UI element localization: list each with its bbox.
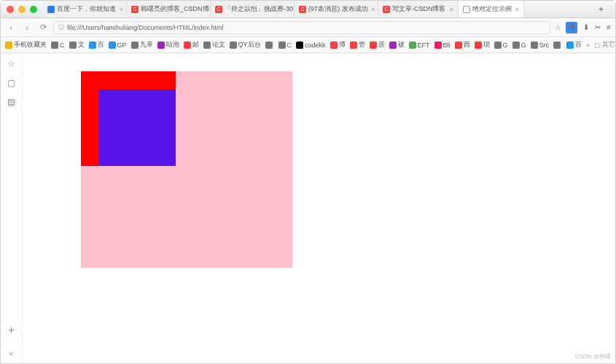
bookmark-icon <box>350 41 357 49</box>
folder-label: 其它收藏 <box>602 40 615 50</box>
bookmark-overflow[interactable]: » <box>586 41 590 49</box>
close-window-button[interactable] <box>7 6 14 13</box>
maximize-window-button[interactable] <box>30 6 37 13</box>
pink-box <box>81 71 292 268</box>
bookmark-19[interactable]: 西 <box>455 40 470 50</box>
tab-favicon: C <box>383 6 390 13</box>
bookmark-20[interactable]: 琐 <box>475 40 490 50</box>
tab-2[interactable]: C「持之以恒」挑战赛-30天× <box>211 1 295 17</box>
new-tab-button[interactable]: + <box>593 4 609 15</box>
bookmark-label: G <box>503 41 508 49</box>
bookmark-21[interactable]: G <box>494 41 508 49</box>
menu-icon[interactable]: ≡ <box>607 23 611 31</box>
bookmark-9[interactable]: QY后台 <box>230 40 261 50</box>
reload-button[interactable]: ⟳ <box>37 22 49 33</box>
bookmark-label: G <box>521 41 526 49</box>
bookmark-label: 百 <box>575 40 582 50</box>
bookmark-0[interactable]: 手机收藏夹 <box>5 40 47 50</box>
bookmark-label: 破 <box>398 40 405 50</box>
bookmark-17[interactable]: EFT <box>409 41 430 49</box>
bookmark-8[interactable]: 论文 <box>203 40 225 50</box>
sidebar-collapse-button[interactable]: < <box>9 350 13 357</box>
sidebar-add-button[interactable]: + <box>8 324 14 336</box>
tab-favicon: C <box>299 6 306 13</box>
bookmark-label: codekk <box>305 41 326 49</box>
toolbar-right: 译 ⬇ ✂ ≡ <box>566 22 611 33</box>
bookmark-label: 质 <box>378 40 385 50</box>
bookmark-icon <box>89 41 96 49</box>
bookmark-4[interactable]: GP <box>109 41 127 49</box>
forward-button[interactable]: › <box>21 22 33 33</box>
tab-close-icon[interactable]: × <box>120 6 123 13</box>
tab-4[interactable]: C写文章-CSDN博客× <box>378 1 459 17</box>
download-icon[interactable]: ⬇ <box>583 23 589 31</box>
book-icon[interactable]: ▢ <box>7 78 15 88</box>
bookmark-icon <box>69 41 77 49</box>
bookmark-14[interactable]: 管 <box>350 40 365 50</box>
bookmark-2[interactable]: 文 <box>69 40 85 50</box>
bookmark-12[interactable]: codekk <box>296 41 326 49</box>
tab-close-icon[interactable]: × <box>372 6 375 13</box>
info-icon: ⓘ <box>58 23 64 31</box>
note-icon[interactable]: ▤ <box>7 97 15 107</box>
watermark: CSDN @韩曙 <box>575 352 611 360</box>
bookmark-icon <box>131 41 139 49</box>
tab-favicon <box>463 6 470 13</box>
bookmark-icon <box>475 41 482 49</box>
bookmark-label: 手机收藏夹 <box>14 40 47 50</box>
bookmark-icon <box>296 41 303 49</box>
url-text: file:///Users/hanshuliang/Documents/HTML… <box>67 24 224 31</box>
bookmark-13[interactable]: 博 <box>330 40 346 50</box>
star-icon[interactable]: ☆ <box>7 59 15 69</box>
tab-3[interactable]: C(97条消息) 发布成功× <box>295 1 378 17</box>
translate-button[interactable]: 译 <box>566 22 577 33</box>
bookmark-label: 咕泡 <box>166 40 179 50</box>
bookmark-7[interactable]: 邮 <box>184 40 199 50</box>
bookmark-24[interactable] <box>553 41 562 49</box>
bookmark-label: GP <box>117 41 127 49</box>
bookmark-3[interactable]: 百 <box>89 40 104 50</box>
tab-0[interactable]: 百度一下，你就知道× <box>43 1 127 17</box>
favorite-icon[interactable]: ☆ <box>555 23 561 31</box>
bookmark-1[interactable]: C <box>51 41 65 49</box>
bookmark-label: 博 <box>339 40 346 50</box>
back-button[interactable]: ‹ <box>5 22 17 33</box>
tab-close-icon[interactable]: × <box>515 6 519 13</box>
bookmark-icon <box>434 41 442 49</box>
bookmark-6[interactable]: 咕泡 <box>157 40 179 50</box>
minimize-window-button[interactable] <box>18 6 26 13</box>
bookmark-icon <box>512 41 520 49</box>
bookmark-18[interactable]: Bli <box>434 41 451 49</box>
bookmark-25[interactable]: 百 <box>566 40 582 50</box>
bookmark-label: 百 <box>98 40 104 50</box>
bookmark-15[interactable]: 质 <box>370 40 385 50</box>
address-bar: ‹ › ⟳ ⓘ file:///Users/hanshuliang/Docume… <box>1 18 615 37</box>
bookmark-10[interactable] <box>265 41 274 49</box>
bookmark-22[interactable]: G <box>512 41 526 49</box>
bookmark-5[interactable]: 九章 <box>131 40 153 50</box>
tab-label: 韩曙亮的博客_CSDN博客- <box>141 4 211 14</box>
bookmark-icon <box>51 41 58 49</box>
bookmark-label: C <box>60 41 65 49</box>
bookmark-label: 文 <box>78 40 85 50</box>
bookmark-16[interactable]: 破 <box>389 40 405 50</box>
tab-label: 「持之以恒」挑战赛-30天 <box>225 4 295 14</box>
tab-label: 绝对定位示例 <box>472 4 512 14</box>
tab-5[interactable]: 绝对定位示例× <box>459 1 524 17</box>
scissors-icon[interactable]: ✂ <box>595 23 601 31</box>
bookmark-icon <box>203 41 211 49</box>
url-input[interactable]: ⓘ file:///Users/hanshuliang/Documents/HT… <box>53 21 550 34</box>
bookmark-23[interactable]: Src <box>531 41 550 49</box>
blue-box <box>99 90 176 166</box>
tab-close-icon[interactable]: × <box>450 6 453 13</box>
bookmark-label: 论文 <box>212 40 225 50</box>
bookmark-icon <box>531 41 538 49</box>
bookmark-icon <box>230 41 237 49</box>
bookmark-11[interactable]: C <box>278 41 292 49</box>
title-bar: 百度一下，你就知道×C韩曙亮的博客_CSDN博客-×C「持之以恒」挑战赛-30天… <box>1 1 615 18</box>
tab-label: (97条消息) 发布成功 <box>308 4 368 14</box>
bookmark-folder-other[interactable]: ▢ 其它收藏 <box>594 40 615 50</box>
tab-1[interactable]: C韩曙亮的博客_CSDN博客-× <box>127 1 211 17</box>
red-box <box>81 71 176 166</box>
tab-label: 写文章-CSDN博客 <box>392 4 446 14</box>
